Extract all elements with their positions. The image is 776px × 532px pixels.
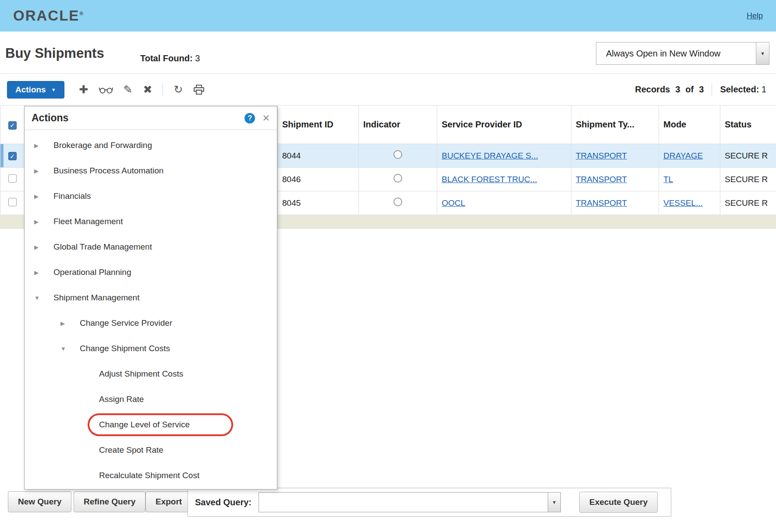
service-provider-link[interactable]: BLACK FOREST TRUC... bbox=[442, 175, 537, 184]
chevron-down-icon[interactable]: ▼ bbox=[60, 345, 68, 352]
service-provider-cell: OOCL bbox=[437, 191, 571, 215]
toolbar-divider bbox=[712, 83, 712, 96]
select-all-checkbox[interactable]: ✓ bbox=[8, 121, 17, 130]
chevron-down-icon[interactable]: ▼ bbox=[34, 295, 42, 301]
shipment-id-cell: 8046 bbox=[278, 168, 359, 191]
mode-link[interactable]: DRAYAGE bbox=[663, 151, 703, 160]
records-shown: 3 bbox=[675, 85, 680, 95]
chevron-down-icon: ▼ bbox=[51, 87, 56, 92]
total-found: Total Found: 3 bbox=[140, 53, 200, 63]
indicator-cell bbox=[359, 144, 437, 168]
menu-item-create-spot-rate[interactable]: Create Spot Rate bbox=[25, 437, 277, 463]
shipment-id-cell: 8044 bbox=[278, 144, 359, 168]
export-button[interactable]: Export bbox=[145, 491, 192, 512]
shipment-id-cell: 8045 bbox=[278, 191, 359, 215]
chevron-right-icon[interactable]: ▶ bbox=[34, 244, 42, 250]
column-header-mode[interactable]: Mode bbox=[659, 106, 720, 144]
mode-link[interactable]: VESSEL... bbox=[663, 198, 703, 208]
close-icon[interactable]: ✕ bbox=[262, 113, 270, 123]
mode-cell: DRAYAGE bbox=[659, 144, 720, 168]
column-header-shipment-type[interactable]: Shipment Ty... bbox=[571, 106, 659, 144]
service-provider-link[interactable]: OOCL bbox=[442, 198, 465, 208]
chevron-right-icon[interactable]: ▶ bbox=[34, 142, 42, 149]
help-link[interactable]: Help bbox=[747, 11, 763, 21]
help-icon[interactable]: ? bbox=[244, 113, 255, 123]
chevron-right-icon[interactable]: ▶ bbox=[34, 193, 42, 200]
toolbar-status: Records 3 of 3 Selected: 1 bbox=[635, 83, 769, 96]
open-mode-value: Always Open in New Window bbox=[596, 42, 756, 64]
chevron-right-icon[interactable]: ▶ bbox=[34, 218, 42, 225]
menu-item-label: Fleet Management bbox=[53, 217, 123, 226]
menu-item-global-trade-management[interactable]: ▶ Global Trade Management bbox=[25, 234, 277, 260]
indicator-radio[interactable] bbox=[393, 150, 402, 159]
menu-item-label: Brokerage and Forwarding bbox=[53, 141, 152, 150]
chevron-down-icon[interactable]: ▼ bbox=[548, 492, 561, 512]
menu-item-label: Business Process Automation bbox=[53, 166, 163, 176]
menu-item-shipment-management[interactable]: ▼ Shipment Management bbox=[25, 285, 277, 310]
actions-button[interactable]: Actions ▼ bbox=[7, 81, 64, 99]
view-glasses-icon[interactable] bbox=[99, 86, 113, 94]
saved-query-dropdown[interactable]: ▼ bbox=[259, 492, 561, 512]
edit-pencil-icon[interactable]: ✎ bbox=[124, 84, 133, 95]
add-icon[interactable]: ✚ bbox=[79, 84, 89, 95]
service-provider-link[interactable]: BUCKEYE DRAYAGE S... bbox=[442, 151, 538, 160]
records-label: Records bbox=[635, 85, 670, 95]
records-total: 3 bbox=[699, 85, 704, 95]
open-mode-dropdown[interactable]: Always Open in New Window ▼ bbox=[596, 42, 769, 65]
menu-item-label: Operational Planning bbox=[53, 268, 131, 277]
menu-item-adjust-shipment-costs[interactable]: Adjust Shipment Costs bbox=[25, 361, 277, 387]
column-header-indicator[interactable]: Indicator bbox=[359, 106, 437, 144]
menu-item-operational-planning[interactable]: ▶ Operational Planning bbox=[25, 260, 277, 285]
delete-icon[interactable]: ✖ bbox=[143, 84, 152, 95]
indicator-radio[interactable] bbox=[393, 197, 402, 206]
mode-cell: TL bbox=[659, 168, 720, 191]
actions-menu: ▶ Brokerage and Forwarding ▶ Business Pr… bbox=[25, 130, 277, 489]
chevron-right-icon[interactable]: ▶ bbox=[60, 320, 68, 327]
chevron-down-icon[interactable]: ▼ bbox=[756, 42, 769, 64]
row-checkbox[interactable] bbox=[8, 174, 17, 183]
row-select-cell bbox=[0, 168, 25, 191]
column-header-status[interactable]: Status bbox=[720, 106, 776, 144]
chevron-right-icon[interactable]: ▶ bbox=[34, 269, 42, 276]
refine-query-button[interactable]: Refine Query bbox=[74, 491, 145, 512]
column-header-shipment-id[interactable]: Shipment ID bbox=[278, 106, 359, 144]
menu-item-label: Financials bbox=[53, 191, 91, 201]
selected-count: Selected: 1 bbox=[720, 85, 766, 95]
records-of-label: of bbox=[685, 85, 694, 95]
saved-query-input[interactable] bbox=[259, 492, 548, 512]
menu-item-recalculate-shipment-cost[interactable]: Recalculate Shipment Cost bbox=[25, 463, 277, 488]
oracle-logo: ORACLE® bbox=[13, 7, 83, 24]
shipment-type-link[interactable]: TRANSPORT bbox=[576, 198, 627, 208]
row-checkbox[interactable] bbox=[8, 198, 17, 206]
selected-value: 1 bbox=[762, 85, 766, 94]
app-window: ORACLE® Help Buy Shipments Total Found: … bbox=[0, 0, 776, 532]
indicator-cell bbox=[359, 168, 437, 191]
menu-item-assign-rate[interactable]: Assign Rate bbox=[25, 387, 277, 412]
menu-item-financials[interactable]: ▶ Financials bbox=[25, 183, 277, 209]
menu-item-change-service-provider[interactable]: ▶ Change Service Provider bbox=[25, 310, 277, 336]
shipment-type-link[interactable]: TRANSPORT bbox=[576, 151, 627, 160]
row-checkbox[interactable]: ✓ bbox=[8, 152, 17, 160]
indicator-radio[interactable] bbox=[393, 174, 402, 183]
new-query-button[interactable]: New Query bbox=[8, 491, 71, 512]
menu-item-business-process-automation[interactable]: ▶ Business Process Automation bbox=[25, 158, 277, 183]
menu-item-label: Global Trade Management bbox=[53, 242, 152, 252]
mode-link[interactable]: TL bbox=[663, 175, 673, 184]
print-icon[interactable] bbox=[193, 85, 205, 95]
menu-item-brokerage-and-forwarding[interactable]: ▶ Brokerage and Forwarding bbox=[25, 133, 277, 158]
column-header-service-provider[interactable]: Service Provider ID bbox=[437, 106, 571, 144]
top-bar: ORACLE® Help bbox=[0, 0, 776, 32]
shipment-type-cell: TRANSPORT bbox=[571, 168, 659, 191]
registered-mark: ® bbox=[79, 11, 83, 17]
shipment-type-link[interactable]: TRANSPORT bbox=[576, 175, 627, 184]
execute-query-button[interactable]: Execute Query bbox=[579, 492, 658, 513]
refresh-icon[interactable]: ↻ bbox=[174, 84, 183, 95]
chevron-right-icon[interactable]: ▶ bbox=[34, 168, 42, 174]
menu-item-change-level-of-service[interactable]: Change Level of Service bbox=[25, 412, 277, 437]
menu-item-fleet-management[interactable]: ▶ Fleet Management bbox=[25, 209, 277, 234]
menu-item-label: Change Shipment Costs bbox=[80, 344, 170, 353]
oracle-logo-text: ORACLE bbox=[13, 7, 79, 24]
menu-item-label: Change Service Provider bbox=[80, 318, 172, 328]
menu-item-change-shipment-costs[interactable]: ▼ Change Shipment Costs bbox=[25, 336, 277, 361]
toolbar-divider bbox=[163, 83, 163, 96]
